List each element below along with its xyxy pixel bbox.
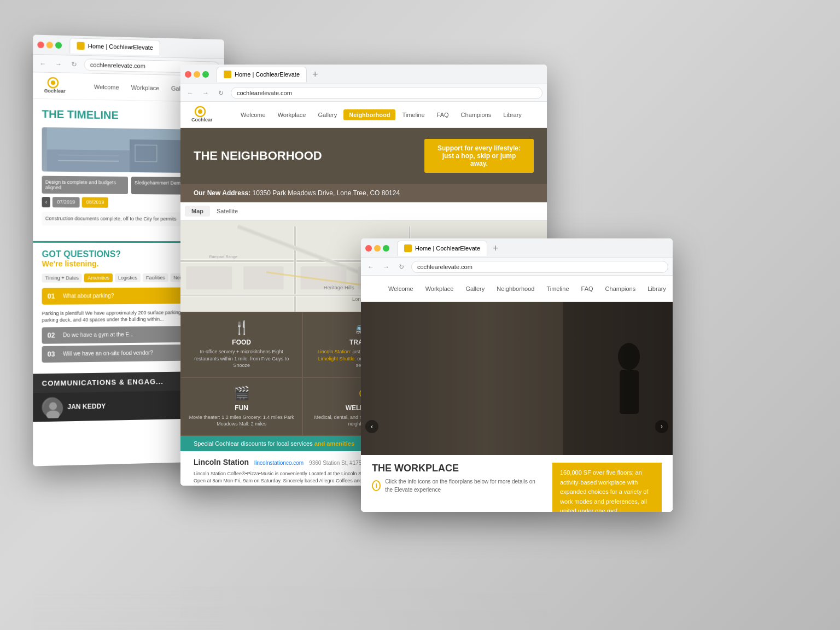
faq-text-2: Do we have a gym at the E... — [63, 331, 133, 338]
min-btn-right[interactable] — [374, 245, 381, 252]
max-btn-right[interactable] — [383, 245, 389, 252]
nav-faq-r[interactable]: FAQ — [576, 283, 599, 294]
nav-workplace-m[interactable]: Workplace — [272, 109, 312, 120]
amenity-food: 🍴 FOOD In-office servery + microkitchens… — [180, 312, 302, 377]
nav-items-left: Welcome Workplace Gallery — [89, 81, 195, 94]
discounts-highlight: and amenities — [314, 440, 354, 447]
browser-tab-middle[interactable]: Home | CochlearElevate — [217, 67, 307, 82]
address-bar-middle: ← → ↻ — [180, 84, 547, 102]
workplace-section: THE WORKPLACE i Click the info icons on … — [361, 455, 673, 512]
workplace-stats: 160,000 SF over five floors: an activity… — [560, 468, 654, 512]
faq-num-3: 03 — [48, 350, 59, 358]
carousel-prev[interactable]: ‹ — [365, 420, 378, 433]
nav-gallery-r[interactable]: Gallery — [460, 283, 490, 294]
nav-welcome-m[interactable]: Welcome — [235, 109, 271, 120]
nav-library-m[interactable]: Library — [498, 109, 527, 120]
favicon-middle — [224, 71, 231, 78]
back-btn-middle[interactable]: ← — [185, 88, 196, 98]
favicon-left — [77, 42, 85, 50]
new-tab-btn-middle[interactable]: + — [312, 67, 318, 82]
prev-date-btn[interactable]: ‹ — [42, 197, 51, 207]
close-btn-left[interactable] — [37, 41, 44, 48]
address-display: Our New Address: 10350 Park Meadows Driv… — [180, 184, 547, 202]
nav-timeline-r[interactable]: Timeline — [541, 283, 574, 294]
workplace-title: THE WORKPLACE — [372, 463, 544, 474]
faq-text-3: Will we have an on-site food vendor? — [63, 350, 153, 357]
address-bar-right: ← → ↻ — [361, 258, 673, 276]
discounts-text: Special Cochlear discounts for local ser… — [194, 440, 314, 447]
person-name: JAN KEDDY — [67, 402, 106, 411]
date-box-2: 08/2019 — [82, 197, 109, 207]
welcome-hero: elevate Welcome to the Cochlear Elevate … — [361, 302, 673, 455]
nav-welcome-r[interactable]: Welcome — [383, 283, 419, 294]
browser-window-right: Home | CochlearElevate + ← → ↻ Cochlear … — [361, 238, 673, 512]
forward-btn-right[interactable]: → — [381, 261, 392, 272]
carousel-next[interactable]: › — [655, 420, 668, 433]
nav-workplace-r[interactable]: Workplace — [420, 283, 459, 294]
back-btn-right[interactable]: ← — [365, 261, 376, 272]
nav-neighborhood-r[interactable]: Neighborhood — [491, 283, 540, 294]
nav-champions-m[interactable]: Champions — [456, 109, 497, 120]
map-tab-row: Map Satellite — [180, 202, 547, 220]
lincoln-url[interactable]: lincolnstationco.com — [254, 460, 304, 466]
faq-tab-logistics[interactable]: Logistics — [115, 273, 141, 282]
close-btn-right[interactable] — [365, 245, 372, 252]
lincoln-title: Lincoln Station — [194, 458, 249, 466]
faq-tab-timing[interactable]: Timing + Dates — [42, 273, 83, 282]
new-tab-btn-right[interactable]: + — [493, 241, 499, 256]
forward-btn-left[interactable]: → — [53, 58, 64, 69]
browser-chrome-right: Home | CochlearElevate + — [361, 238, 673, 258]
close-btn-middle[interactable] — [185, 71, 191, 78]
tab-bar-middle: Home | CochlearElevate + — [217, 67, 318, 82]
site-nav-middle: Cochlear Welcome Workplace Gallery Neigh… — [180, 102, 547, 128]
map-tab-map[interactable]: Map — [185, 206, 210, 217]
hero-tagline: Support for every lifestyle: just a hop,… — [424, 139, 534, 173]
faq-text-1: What about parking? — [63, 293, 114, 299]
faq-tab-amenities[interactable]: Amenities — [84, 273, 113, 282]
window-controls-left — [37, 41, 62, 48]
svg-rect-27 — [186, 266, 232, 289]
reload-btn-left[interactable]: ↻ — [68, 59, 79, 70]
browser-tab-right[interactable]: Home | CochlearElevate — [397, 241, 487, 256]
fun-desc: Movie theater: 1.2 miles Grocery: 1.4 mi… — [189, 414, 294, 428]
max-btn-middle[interactable] — [202, 71, 209, 78]
url-input-middle[interactable] — [231, 87, 542, 99]
url-input-right[interactable] — [411, 261, 668, 273]
reflection-middle — [180, 586, 547, 630]
nav-neighborhood-m[interactable]: Neighborhood — [343, 109, 395, 120]
workplace-right: 160,000 SF over five floors: an activity… — [552, 463, 662, 512]
browser-tab-left[interactable]: Home | CochlearElevate — [69, 38, 160, 55]
nav-gallery-m[interactable]: Gallery — [312, 109, 342, 120]
date-box-1: 07/2019 — [52, 197, 79, 207]
map-tab-satellite[interactable]: Satellite — [210, 206, 244, 217]
faq-tab-facilities[interactable]: Facilities — [143, 273, 168, 282]
reload-btn-right[interactable]: ↻ — [396, 261, 407, 272]
min-btn-middle[interactable] — [194, 71, 200, 78]
food-name: FOOD — [189, 339, 294, 346]
reload-btn-middle[interactable]: ↻ — [215, 88, 226, 98]
person-avatar — [42, 397, 62, 417]
nav-workplace-left[interactable]: Workplace — [126, 81, 165, 93]
nav-library-r[interactable]: Library — [642, 283, 672, 294]
limelight-link[interactable]: Limelight Shuttle — [318, 356, 355, 361]
svg-text:Heritage Hills: Heritage Hills — [324, 284, 354, 290]
address-value: 10350 Park Meadows Drive, Lone Tree, CO … — [253, 189, 400, 197]
min-btn-left[interactable] — [46, 42, 53, 48]
nav-timeline-m[interactable]: Timeline — [396, 109, 430, 120]
address-label: Our New Address: — [194, 189, 250, 197]
svg-rect-28 — [243, 266, 283, 289]
forward-btn-middle[interactable]: → — [200, 88, 211, 98]
info-circle-icon: i — [372, 480, 381, 491]
nav-items-middle: Welcome Workplace Gallery Neighborhood T… — [235, 109, 527, 120]
nav-welcome-left[interactable]: Welcome — [89, 81, 125, 92]
svg-text:Rampart Range: Rampart Range — [209, 254, 237, 259]
faq-num-1: 01 — [48, 292, 59, 300]
food-desc: In-office servery + microkitchens Eight … — [189, 348, 294, 369]
nav-faq-m[interactable]: FAQ — [431, 109, 454, 120]
max-btn-left[interactable] — [55, 42, 62, 48]
faq-num-2: 02 — [48, 331, 59, 339]
back-btn-left[interactable]: ← — [37, 58, 48, 69]
nav-champions-r[interactable]: Champions — [600, 283, 641, 294]
lincoln-link[interactable]: Lincoln Station — [318, 349, 350, 354]
tab-title-right: Home | CochlearElevate — [415, 245, 480, 252]
